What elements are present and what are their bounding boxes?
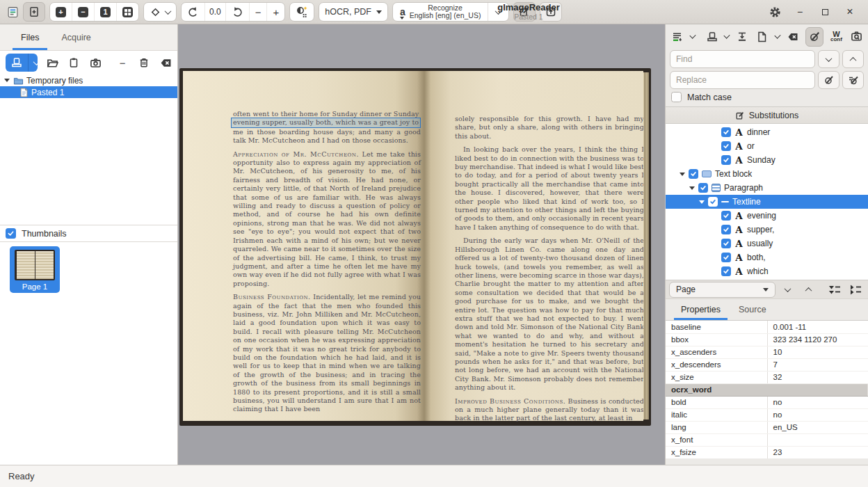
- add-images-button[interactable]: [23, 2, 45, 22]
- item-checkbox[interactable]: [708, 197, 718, 207]
- tab-properties[interactable]: Properties: [674, 299, 728, 320]
- insert-mode-menu-chevron[interactable]: [689, 33, 696, 39]
- clear-all-button[interactable]: [159, 55, 172, 70]
- recognize-menu-button[interactable]: [488, 3, 508, 21]
- tree-file-pasted-1[interactable]: Pasted 1: [0, 86, 177, 98]
- image-controls-button[interactable]: [290, 3, 314, 21]
- match-case-checkbox[interactable]: [671, 92, 682, 102]
- image-canvas[interactable]: often went to their home for Sunday dinn…: [178, 24, 665, 465]
- property-value[interactable]: no: [767, 408, 868, 421]
- open-menu-chevron[interactable]: [724, 33, 730, 39]
- rotate-ccw-button[interactable]: [182, 3, 204, 21]
- item-checkbox[interactable]: [721, 239, 731, 248]
- save-document-button[interactable]: [755, 29, 769, 45]
- item-checkbox[interactable]: [698, 183, 708, 193]
- item-checkbox[interactable]: [721, 253, 731, 262]
- show-confidence-button[interactable]: W conf: [830, 29, 844, 45]
- property-value[interactable]: 0.001 -11: [767, 321, 868, 333]
- collapse-all-button[interactable]: [846, 282, 865, 298]
- item-checkbox[interactable]: [721, 127, 731, 137]
- substitutions-button[interactable]: Substitutions: [666, 106, 868, 124]
- tree-item-which[interactable]: Awhich: [666, 264, 868, 278]
- property-value[interactable]: [767, 433, 868, 446]
- property-value[interactable]: 10: [767, 346, 868, 358]
- zoom-fit-button[interactable]: [116, 3, 138, 21]
- zoom-out-button[interactable]: −: [72, 3, 94, 21]
- tree-item-or[interactable]: Aor: [666, 139, 868, 153]
- item-checkbox[interactable]: [721, 266, 731, 276]
- minimize-button[interactable]: −: [791, 3, 808, 20]
- previous-item-button[interactable]: [799, 282, 817, 298]
- recognize-button[interactable]: a Recognize English [eng] (en_US): [393, 3, 488, 21]
- tree-item-dinner[interactable]: Adinner: [666, 125, 868, 139]
- zoom-in-button[interactable]: +: [50, 3, 72, 21]
- tree-folder-temporary-files[interactable]: Temporary files: [0, 74, 177, 86]
- expander-triangle-icon[interactable]: [680, 173, 685, 176]
- property-value[interactable]: 23: [767, 446, 868, 458]
- property-value[interactable]: 323 234 1120 270: [767, 333, 868, 346]
- next-item-button[interactable]: [778, 282, 796, 298]
- preview-button[interactable]: [849, 29, 863, 45]
- page-selector-dropdown[interactable]: Page: [669, 282, 775, 298]
- tree-item-sunday[interactable]: ASunday: [666, 153, 868, 167]
- tab-files[interactable]: Files: [13, 24, 47, 50]
- replace-all-button[interactable]: [842, 71, 864, 89]
- expander-triangle-icon[interactable]: [689, 186, 695, 190]
- find-input[interactable]: [670, 50, 815, 68]
- property-value[interactable]: no: [767, 396, 868, 408]
- output-format-dropdown[interactable]: hOCR, PDF: [319, 3, 387, 21]
- ocr-textline-selection-box[interactable]: evening supper, usually both, which was …: [231, 118, 421, 127]
- property-value[interactable]: 32: [767, 371, 868, 383]
- find-next-button[interactable]: [818, 50, 839, 68]
- paste-clipboard-button[interactable]: [67, 55, 80, 70]
- thumbnail-page-1[interactable]: Page 1: [10, 246, 60, 293]
- add-images-split-button[interactable]: [6, 54, 38, 72]
- toggle-output-pane-button[interactable]: [513, 2, 536, 22]
- save-menu-chevron[interactable]: [774, 33, 780, 39]
- close-button[interactable]: ×: [842, 3, 858, 20]
- export-button[interactable]: [540, 2, 562, 22]
- thicken-lines-button[interactable]: +: [266, 3, 284, 21]
- open-output-button[interactable]: [705, 29, 719, 45]
- property-value[interactable]: en_US: [767, 421, 868, 433]
- tree-item-textblock[interactable]: Text block: [666, 167, 868, 181]
- rotation-angle-value[interactable]: 0.0: [204, 3, 225, 21]
- tree-item-supper[interactable]: Asupper,: [666, 223, 868, 237]
- tree-item-paragraph[interactable]: Paragraph: [666, 181, 868, 195]
- screenshot-camera-button[interactable]: [89, 55, 102, 70]
- thin-lines-button[interactable]: −: [249, 3, 267, 21]
- tree-item-both[interactable]: Aboth,: [666, 250, 868, 264]
- import-text-button[interactable]: [735, 29, 749, 45]
- open-images-icon[interactable]: [6, 54, 28, 72]
- clear-output-button[interactable]: [786, 29, 800, 45]
- find-replace-toggle-button[interactable]: [805, 27, 823, 47]
- tab-source[interactable]: Source: [732, 299, 773, 320]
- find-prev-button[interactable]: [842, 50, 864, 68]
- item-checkbox[interactable]: [721, 225, 731, 234]
- thumbnails-checkbox[interactable]: [6, 228, 16, 239]
- replace-input[interactable]: [670, 71, 815, 89]
- tree-item-usually[interactable]: Ausually: [666, 237, 868, 250]
- rotate-mode-button[interactable]: [144, 3, 176, 21]
- item-checkbox[interactable]: [721, 141, 731, 151]
- tab-acquire[interactable]: Acquire: [53, 24, 99, 50]
- expander-triangle-icon[interactable]: [699, 200, 705, 204]
- open-folder-button[interactable]: [47, 55, 59, 70]
- insert-mode-button[interactable]: [670, 29, 684, 45]
- expand-all-button[interactable]: [826, 282, 844, 298]
- expander-triangle-icon[interactable]: [4, 79, 10, 82]
- property-value[interactable]: 7: [767, 358, 868, 371]
- zoom-original-button[interactable]: 1: [94, 3, 116, 21]
- settings-gear-button[interactable]: [766, 3, 783, 20]
- replace-button[interactable]: [818, 71, 839, 89]
- delete-trash-button[interactable]: [138, 55, 150, 70]
- remove-item-button[interactable]: −: [116, 55, 129, 70]
- item-checkbox[interactable]: [721, 155, 731, 165]
- rotate-cw-button[interactable]: [225, 3, 249, 21]
- tree-item-textline[interactable]: Textline: [666, 195, 868, 209]
- item-checkbox[interactable]: [721, 211, 731, 221]
- tree-item-evening[interactable]: Aevening: [666, 209, 868, 223]
- maximize-button[interactable]: [817, 3, 833, 20]
- item-checkbox[interactable]: [689, 169, 698, 179]
- add-images-menu[interactable]: [28, 54, 38, 72]
